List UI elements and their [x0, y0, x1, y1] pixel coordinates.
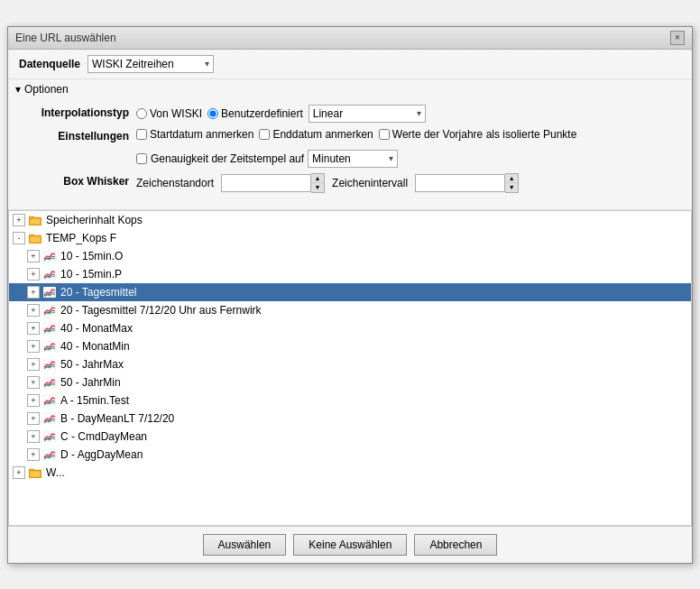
close-button[interactable]: × — [670, 31, 685, 45]
tree-expand-btn[interactable]: + — [13, 466, 25, 479]
location-spinner: ▲ ▼ — [221, 173, 325, 193]
check-startdatum[interactable]: Startdatum anmerken — [136, 128, 253, 141]
tree-item-label: 40 - MonatMin — [60, 340, 130, 353]
accuracy-select[interactable]: Minuten ▾ — [308, 150, 398, 168]
tree-item-label: TEMP_Kops F — [46, 232, 116, 244]
radio-von-wiski[interactable]: Von WISKI — [136, 107, 202, 120]
tree-item[interactable]: + W... — [9, 464, 691, 482]
location-input[interactable] — [221, 174, 311, 192]
check-enddatum-input[interactable] — [259, 129, 270, 140]
title-bar: Eine URL auswählen × — [8, 27, 692, 50]
interval-input[interactable] — [415, 174, 505, 192]
datasource-value: WISKI Zeitreihen — [92, 58, 174, 70]
tree-expand-btn[interactable]: - — [13, 232, 25, 244]
box-whisker-controls: Zeichenstandort ▲ ▼ Zeichenintervall ▲ — [136, 173, 519, 193]
check-vorjahre[interactable]: Werte der Vorjahre als isolierte Punkte — [379, 128, 577, 141]
tree-item-label: D - AggDayMean — [60, 448, 143, 461]
tree-item[interactable]: + 20 - Tagesmittel 7/12/20 Uhr aus Fernw… — [9, 301, 691, 319]
tree-expand-btn[interactable]: + — [27, 394, 40, 407]
interval-spinner: ▲ ▼ — [415, 173, 519, 193]
tree-item[interactable]: + D - AggDayMean — [9, 446, 691, 464]
tree-expand-btn[interactable]: + — [27, 340, 40, 353]
tree-item[interactable]: + 10 - 15min.P — [9, 265, 691, 283]
options-label: Optionen — [24, 83, 69, 96]
tree-expand-btn[interactable]: + — [27, 376, 40, 389]
folder-icon — [28, 231, 42, 245]
timeseries-icon — [42, 393, 57, 408]
radio-benutzerdefiniert[interactable]: Benutzerdefiniert — [207, 107, 303, 120]
check-enddatum[interactable]: Enddatum anmerken — [259, 128, 373, 141]
interpolation-row: Interpolationstyp Von WISKI Benutzerdefi… — [30, 105, 670, 123]
tree-expand-btn[interactable]: + — [27, 304, 40, 317]
tree-item-label: 20 - Tagesmittel — [60, 286, 137, 299]
tree-expand-btn[interactable]: + — [27, 430, 40, 443]
keine-auswahlen-button[interactable]: Keine Auswählen — [293, 534, 407, 556]
box-whisker-row: Box Whisker Zeichenstandort ▲ ▼ Zeicheni… — [30, 173, 670, 193]
check-enddatum-label: Enddatum anmerken — [272, 128, 373, 141]
tree-item[interactable]: + 40 - MonatMax — [9, 319, 691, 337]
tree-item-label: B - DayMeanLT 7/12/20 — [60, 412, 174, 425]
settings-checkboxes: Startdatum anmerken Enddatum anmerken We… — [136, 128, 576, 141]
tree-item-label: 10 - 15min.O — [60, 250, 123, 262]
tree-item[interactable]: + 20 - Tagesmittel — [9, 283, 691, 301]
tree-item-label: Speicherinhalt Kops — [46, 214, 143, 226]
tree-section[interactable]: + Speicherinhalt Kops- TEMP_Kops F+ 10 -… — [8, 210, 692, 526]
datasource-row: Datenquelle WISKI Zeitreihen ▾ — [8, 50, 692, 79]
tree-item[interactable]: + 10 - 15min.O — [9, 247, 691, 265]
tree-expand-btn[interactable]: + — [27, 268, 40, 281]
location-down-btn[interactable]: ▼ — [311, 183, 324, 192]
svg-rect-20 — [30, 471, 41, 477]
tree-item[interactable]: + C - CmdDayMean — [9, 428, 691, 446]
check-startdatum-label: Startdatum anmerken — [150, 128, 253, 141]
abbrechen-button[interactable]: Abbrechen — [414, 534, 497, 556]
timeseries-icon — [42, 429, 57, 444]
tree-expand-btn[interactable]: + — [13, 214, 25, 226]
location-up-btn[interactable]: ▲ — [311, 174, 324, 183]
timeseries-icon — [42, 375, 57, 390]
tree-expand-btn[interactable]: + — [27, 412, 40, 425]
tree-expand-btn[interactable]: + — [27, 250, 40, 262]
datasource-arrow: ▾ — [205, 59, 209, 69]
radio-benutzerdefiniert-input[interactable] — [207, 108, 218, 119]
radio-von-wiski-input[interactable] — [136, 108, 147, 119]
tree-expand-btn[interactable]: + — [27, 358, 40, 371]
auswahlen-button[interactable]: Auswählen — [203, 534, 287, 556]
tree-expand-btn[interactable]: + — [27, 322, 40, 335]
tree-expand-btn[interactable]: + — [27, 286, 40, 299]
tree-item[interactable]: + B - DayMeanLT 7/12/20 — [9, 410, 691, 428]
tree-item-label: 50 - JahrMax — [60, 358, 124, 371]
tree-item[interactable]: + A - 15min.Test — [9, 391, 691, 410]
timeseries-icon — [42, 267, 57, 281]
check-genauigkeit-label: Genauigkeit der Zeitstempel auf — [151, 152, 304, 165]
accuracy-value: Minuten — [312, 152, 351, 165]
dialog-title: Eine URL auswählen — [15, 32, 116, 44]
datasource-select[interactable]: WISKI Zeitreihen ▾ — [88, 55, 214, 73]
tree-item[interactable]: + 50 - JahrMax — [9, 355, 691, 373]
options-chevron: ▾ — [15, 83, 21, 96]
tree-item-label: A - 15min.Test — [60, 394, 129, 407]
check-vorjahre-input[interactable] — [379, 129, 390, 140]
timeseries-icon — [42, 303, 57, 318]
footer: Auswählen Keine Auswählen Abbrechen — [8, 526, 692, 563]
tree-item[interactable]: + 50 - JahrMin — [9, 373, 691, 391]
tree-item[interactable]: - TEMP_Kops F — [9, 229, 691, 247]
location-spinner-btns: ▲ ▼ — [311, 173, 325, 193]
tree-expand-btn[interactable]: + — [27, 448, 40, 461]
check-startdatum-input[interactable] — [136, 129, 147, 140]
datasource-label: Datenquelle — [19, 58, 80, 70]
svg-rect-5 — [30, 236, 41, 243]
check-genauigkeit-input[interactable] — [136, 153, 147, 164]
tree-item[interactable]: + Speicherinhalt Kops — [9, 211, 691, 229]
interval-spinner-btns: ▲ ▼ — [505, 173, 519, 193]
folder-icon — [28, 213, 42, 227]
tree-item-label: 40 - MonatMax — [60, 322, 133, 335]
options-toggle[interactable]: ▾ Optionen — [15, 83, 685, 96]
interpolation-select[interactable]: Linear ▾ — [309, 105, 426, 123]
tree-item-label: 50 - JahrMin — [60, 376, 121, 389]
interval-down-btn[interactable]: ▼ — [505, 183, 518, 192]
interval-up-btn[interactable]: ▲ — [505, 174, 518, 183]
svg-rect-2 — [30, 218, 41, 225]
tree-item[interactable]: + 40 - MonatMin — [9, 337, 691, 355]
settings-label: Einstellungen — [30, 128, 129, 143]
location-label: Zeichenstandort — [136, 177, 214, 189]
